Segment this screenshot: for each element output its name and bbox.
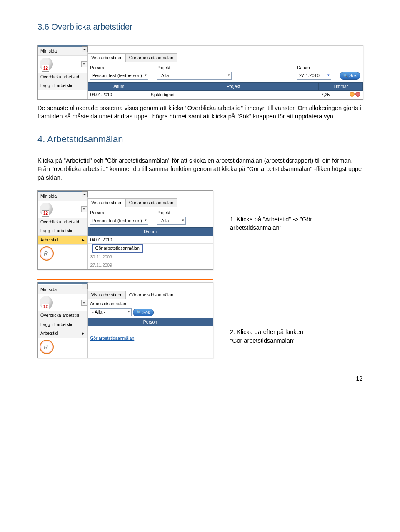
instruction-note-1: 1. Klicka på "Arbetstid" -> "Gör arbetst… [230, 215, 313, 232]
th-projekt: Projekt [148, 83, 319, 91]
th-datum: Datum [88, 83, 148, 91]
tab-gor-arbetstidsanmalan[interactable]: Gör arbetstidsanmälan [125, 198, 177, 207]
sidebar-label: Lägg till arbetstid [40, 321, 73, 328]
cell-datum: 04.01.2010 [88, 90, 148, 99]
label-datum: Datum [297, 65, 331, 71]
chevron-right-icon: ▸ [82, 330, 85, 336]
screenshot-menu: Min sida « Överblicka arbetstid Lägg til… [38, 190, 213, 270]
screenshot-overview: Min sida « Överblicka arbetstid Lägg til… [38, 45, 363, 100]
label-person: Person [90, 65, 148, 71]
sidebar-item-overblicka[interactable]: Överblicka arbetstid [38, 73, 87, 82]
tab-visa-arbetstider[interactable]: Visa arbetstider [88, 53, 125, 62]
sidebar-label: Överblicka arbetstid [40, 312, 79, 319]
sidebar-item-minsida[interactable]: Min sida [38, 47, 87, 56]
cell-datum: 30.11.2009 [88, 253, 213, 261]
table-row[interactable]: 04.01.2010 [88, 236, 213, 244]
sidebar-item-arbetstid[interactable]: Arbetstid ▸ [38, 329, 87, 338]
screenshot-anmalan: Min sida « Överblicka arbetstid Lägg til… [38, 282, 213, 358]
table-row[interactable]: 04.01.2010 Sjukledighet 7,25 [88, 90, 363, 99]
th-datum: Datum [88, 227, 213, 236]
select-projekt[interactable]: - Alla - [157, 217, 186, 225]
sidebar-label: Min sida [40, 286, 57, 293]
edit-icon[interactable] [350, 92, 355, 97]
label-person: Person [90, 210, 148, 216]
sidebar-item-overblicka[interactable]: Överblicka arbetstid [38, 218, 87, 227]
sidebar-item-laggtill[interactable]: Lägg till arbetstid [38, 320, 87, 329]
sidebar-item-minsida[interactable]: Min sida [38, 192, 87, 201]
search-button[interactable]: Sök [340, 72, 360, 80]
select-projekt[interactable]: - Alla - [157, 72, 232, 80]
sidebar-label: Arbetstid [40, 330, 58, 336]
submenu-gor-arbetstidsanmalan[interactable]: Gör arbetstidsanmälan [92, 244, 143, 253]
th-timmar: Timmar [319, 83, 363, 91]
sidebar-label: Överblicka arbetstid [40, 74, 79, 80]
paragraph-2: Klicka på "Arbetstid" och "Gör arbetstid… [38, 156, 362, 182]
sidebar-label: Lägg till arbetstid [40, 83, 73, 89]
cell-projekt: Sjukledighet [148, 90, 319, 99]
sidebar: Min sida « Överblicka arbetstid Lägg til… [38, 45, 88, 99]
expand-icon[interactable]: « [81, 61, 87, 67]
tab-gor-arbetstidsanmalan[interactable]: Gör arbetstidsanmälan [125, 53, 177, 62]
collapse-icon[interactable]: – [82, 284, 88, 289]
search-button[interactable]: Sök [133, 309, 154, 316]
calendar-clock-icon [40, 58, 53, 71]
input-datum[interactable]: 27.1.2010 [297, 72, 331, 80]
sidebar-item-minsida[interactable]: Min sida [38, 285, 87, 294]
select-filter[interactable]: - Alla - [90, 308, 132, 316]
logo-icon [40, 340, 54, 354]
cell-datum: 04.01.2010 [88, 236, 213, 244]
label-projekt: Projekt [157, 210, 186, 216]
delete-icon[interactable] [355, 92, 360, 97]
sidebar-label: Lägg till arbetstid [40, 228, 73, 234]
sidebar-label: Min sida [40, 48, 57, 54]
th-person: Person [88, 318, 213, 326]
expand-icon[interactable]: « [81, 300, 87, 306]
select-person[interactable]: Person Test (testperson) [90, 72, 148, 80]
section-heading-4: 4. Arbetstidsanmälan [38, 133, 362, 146]
section-heading-3-6: 3.6 Överblicka arbetstider [38, 21, 362, 33]
date-table: Datum 04.01.2010 Gör arbetstidsanmälan 3… [88, 227, 213, 269]
sidebar: Min sida « Överblicka arbetstid Lägg til… [38, 191, 88, 270]
select-person[interactable]: Person Test (testperson) [90, 217, 148, 225]
collapse-icon[interactable]: – [82, 191, 88, 197]
calendar-clock-icon [40, 296, 53, 309]
sidebar-label: Min sida [40, 193, 57, 199]
divider [38, 279, 212, 280]
tab-visa-arbetstider[interactable]: Visa arbetstider [88, 198, 125, 207]
worktime-table: Datum Projekt Timmar 04.01.2010 Sjukledi… [88, 82, 363, 99]
cell-timmar: 7,25 [319, 90, 363, 99]
paragraph-1: De senaste allokerade posterna visas gen… [38, 104, 362, 121]
link-gor-arbetstidsanmalan[interactable]: Gör arbetstidsanmälan [88, 334, 137, 343]
tab-bar: Visa arbetstider Gör arbetstidsanmälan [88, 53, 363, 62]
sidebar-item-arbetstid[interactable]: Arbetstid ▸ [38, 236, 87, 245]
sidebar-label: Arbetstid [40, 237, 58, 243]
tab-bar: Visa arbetstider Gör arbetstidsanmälan [88, 290, 213, 299]
cell-datum: 27.11.2009 [88, 261, 213, 269]
label-arbetstidsanmalan: Arbetstidsanmälan [90, 301, 210, 307]
expand-icon[interactable]: « [81, 206, 87, 212]
sidebar: Min sida « Överblicka arbetstid Lägg til… [38, 282, 88, 357]
tab-bar: Visa arbetstider Gör arbetstidsanmälan [88, 198, 213, 207]
page-number: 12 [38, 375, 362, 383]
label-projekt: Projekt [157, 65, 232, 71]
sidebar-item-laggtill[interactable]: Lägg till arbetstid [38, 81, 87, 90]
main-panel: – Visa arbetstider Gör arbetstidsanmälan… [88, 45, 363, 99]
collapse-icon[interactable]: – [82, 46, 88, 52]
chevron-right-icon: ▸ [82, 237, 85, 243]
instruction-note-2: 2. Klicka därefter på länken "Gör arbets… [230, 328, 313, 345]
table-row: Gör arbetstidsanmälan [88, 244, 213, 253]
logo-icon [40, 246, 54, 261]
sidebar-item-overblicka[interactable]: Överblicka arbetstid [38, 311, 87, 320]
tab-gor-arbetstidsanmalan[interactable]: Gör arbetstidsanmälan [125, 291, 177, 299]
tab-visa-arbetstider[interactable]: Visa arbetstider [88, 291, 125, 299]
sidebar-label: Överblicka arbetstid [40, 219, 79, 225]
table-row[interactable]: 30.11.2009 [88, 253, 213, 261]
sidebar-item-laggtill[interactable]: Lägg till arbetstid [38, 226, 87, 236]
table-row[interactable]: 27.11.2009 [88, 261, 213, 269]
calendar-clock-icon [40, 203, 53, 216]
main-panel: – Visa arbetstider Gör arbetstidsanmälan… [88, 191, 213, 270]
main-panel: – Visa arbetstider Gör arbetstidsanmälan… [88, 282, 213, 357]
